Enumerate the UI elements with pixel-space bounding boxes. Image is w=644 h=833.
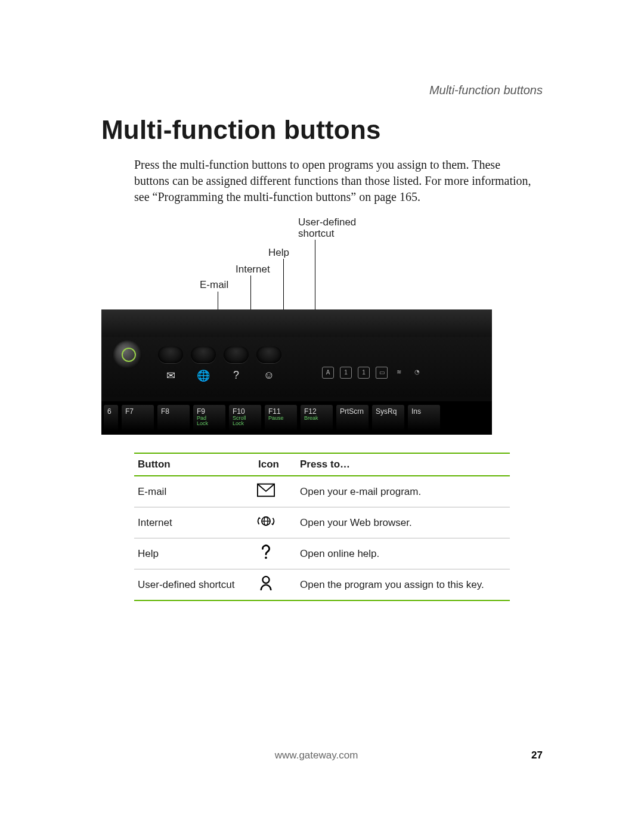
power-button-icon <box>113 340 142 369</box>
key-sysrq: SysRq <box>372 405 404 431</box>
table-row: User-defined shortcut Open the program y… <box>134 569 510 601</box>
key-f11: F11Pause <box>265 405 297 431</box>
svg-marker-4 <box>258 517 261 519</box>
indicator-icon: 1 <box>340 367 352 379</box>
cell-button: User-defined shortcut <box>134 569 255 601</box>
col-icon: Icon <box>255 453 296 476</box>
indicator-icon: A <box>322 367 334 379</box>
table-row: E-mail Open your e-mail program. <box>134 476 510 507</box>
indicator-icon: ≋ <box>394 367 404 377</box>
key-f12: F12Break <box>301 405 333 431</box>
key-prtscrn: PrtScrn <box>336 405 369 431</box>
annotation-label-help: Help <box>268 247 289 259</box>
intro-paragraph: Press the multi-function buttons to open… <box>134 157 537 205</box>
cell-press: Open your Web browser. <box>296 507 510 538</box>
footer-url: www.gateway.com <box>101 750 531 761</box>
svg-marker-5 <box>271 524 274 526</box>
indicator-icon: ▭ <box>376 367 388 379</box>
mf-button-email <box>158 346 183 363</box>
col-button: Button <box>134 453 255 476</box>
cell-button: Internet <box>134 507 255 538</box>
page-footer: www.gateway.com 27 <box>101 750 543 761</box>
globe-icon: 🌐 <box>191 369 216 382</box>
svg-point-7 <box>262 577 269 583</box>
page-title: Multi-function buttons <box>101 115 543 145</box>
keyboard-annotated-figure: User-defined shortcut Help Internet E-ma… <box>134 217 492 435</box>
annotation-label-email: E-mail <box>200 279 228 291</box>
page-body: Multi-function buttons Multi-function bu… <box>101 83 543 601</box>
key-f10: F10ScrollLock <box>229 405 261 431</box>
indicator-icon: ◔ <box>411 367 422 377</box>
key-f9: F9PadLock <box>193 405 225 431</box>
mf-button-help <box>224 346 249 363</box>
user-icon <box>255 569 296 601</box>
mf-button-user <box>256 346 281 363</box>
cell-button: Help <box>134 538 255 569</box>
table-row: Help Open online help. <box>134 538 510 569</box>
mf-button-internet <box>191 346 216 363</box>
button-table: Button Icon Press to… E-mail Open your e… <box>134 453 510 601</box>
keyboard-fn-row: 6 F7 F8 F9PadLock F10ScrollLock F11Pause… <box>101 401 492 435</box>
col-press: Press to… <box>296 453 510 476</box>
keyboard-photo: ✉ 🌐 ? ☺ A 1 1 ▭ ≋ ◔ 6 F7 F8 F9PadLock F1… <box>101 309 492 435</box>
cell-press: Open your e-mail program. <box>296 476 510 507</box>
table-row: Internet Open your Web browser. <box>134 507 510 538</box>
cell-button: E-mail <box>134 476 255 507</box>
key-ins: Ins <box>408 405 440 431</box>
help-icon <box>255 538 296 569</box>
user-icon: ☺ <box>256 369 281 382</box>
annotation-label-user-defined: User-defined shortcut <box>298 217 370 239</box>
page-number: 27 <box>531 750 543 761</box>
key-f7: F7 <box>122 405 154 431</box>
key-f8: F8 <box>157 405 190 431</box>
annotation-label-internet: Internet <box>236 264 270 275</box>
running-head: Multi-function buttons <box>101 83 543 97</box>
mail-icon: ✉ <box>158 369 183 382</box>
cell-press: Open online help. <box>296 538 510 569</box>
mail-icon <box>255 476 296 507</box>
globe-icon <box>255 507 296 538</box>
svg-point-6 <box>265 556 267 559</box>
table-header-row: Button Icon Press to… <box>134 453 510 476</box>
cell-press: Open the program you assign to this key. <box>296 569 510 601</box>
help-icon: ? <box>224 369 249 382</box>
key-6: 6 <box>104 405 118 431</box>
indicator-icon: 1 <box>358 367 370 379</box>
